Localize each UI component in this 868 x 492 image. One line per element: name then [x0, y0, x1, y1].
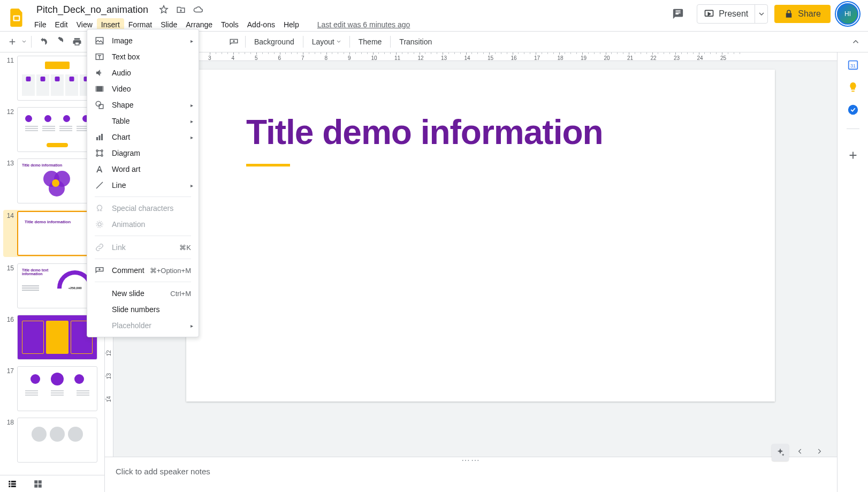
slide-thumbnail[interactable] [17, 56, 97, 101]
svg-rect-26 [101, 134, 103, 140]
menu-addons[interactable]: Add-ons [243, 18, 279, 31]
insert-animation: Animation [87, 216, 199, 232]
slide-number: 18 [3, 418, 14, 426]
insert-textbox[interactable]: Text box [87, 49, 199, 65]
slide-number: 16 [3, 315, 14, 323]
svg-rect-12 [39, 484, 42, 487]
svg-rect-25 [99, 135, 101, 140]
insert-comment[interactable]: Comment⌘+Option+M [87, 262, 199, 278]
slide-number: 12 [3, 107, 14, 116]
insert-slide-numbers[interactable]: Slide numbers [87, 301, 199, 317]
filmstrip-view-icon[interactable] [7, 479, 17, 489]
cloud-status-icon[interactable] [193, 5, 203, 14]
undo-button[interactable] [35, 34, 51, 50]
comment-icon [95, 266, 104, 275]
menu-edit[interactable]: Edit [51, 18, 72, 31]
insert-new-slide[interactable]: New slideCtrl+M [87, 285, 199, 301]
slide-title[interactable]: Title demo information [246, 112, 603, 152]
speaker-notes-placeholder: Click to add speaker notes [116, 467, 210, 476]
add-addon-icon[interactable] [847, 149, 859, 161]
next-slide-icon[interactable] [816, 448, 823, 457]
print-button[interactable] [69, 34, 85, 50]
svg-rect-8 [11, 486, 16, 487]
new-slide-button[interactable] [4, 34, 20, 50]
new-slide-dropdown-icon[interactable] [20, 40, 28, 44]
collapse-toolbar-icon[interactable] [848, 34, 864, 50]
canvas-area: 345678910111213141516171819202122232425 … [105, 52, 837, 492]
audio-icon [95, 68, 104, 78]
insert-line[interactable]: Line▸ [87, 177, 199, 193]
insert-image[interactable]: Image▸ [87, 33, 199, 49]
slide-thumbnail[interactable] [17, 366, 97, 411]
app-logo-icon[interactable] [6, 3, 28, 32]
insert-audio[interactable]: Audio [87, 65, 199, 81]
doc-title[interactable]: Pitch_Deck_no_animation [33, 3, 151, 17]
tasks-icon[interactable] [847, 104, 859, 116]
layout-button[interactable]: Layout [307, 34, 346, 49]
share-button[interactable]: Share [774, 5, 831, 23]
theme-button[interactable]: Theme [353, 34, 387, 49]
prev-slide-icon[interactable] [796, 448, 804, 457]
slide-thumbnail[interactable]: Title demo information [17, 211, 97, 256]
slide-number: 13 [3, 158, 14, 167]
present-button[interactable]: Present [697, 5, 755, 22]
explore-button[interactable] [772, 444, 789, 461]
insert-video[interactable]: Video [87, 81, 199, 97]
slide-thumbnail[interactable] [17, 418, 97, 463]
insert-wordart[interactable]: Word art [87, 161, 199, 177]
slide-canvas[interactable]: Title demo information [186, 70, 775, 402]
submenu-arrow-icon: ▸ [191, 323, 193, 329]
slide-thumbnail[interactable] [17, 107, 97, 152]
star-icon[interactable] [159, 5, 169, 14]
menu-help[interactable]: Help [279, 18, 303, 31]
diagram-icon [95, 148, 104, 158]
svg-rect-3 [9, 481, 10, 482]
redo-button[interactable] [52, 34, 68, 50]
account-avatar[interactable]: HI [837, 3, 858, 25]
link-icon [95, 243, 104, 252]
speaker-notes[interactable]: ⋯⋯ Click to add speaker notes [105, 457, 837, 492]
submenu-arrow-icon: ▸ [191, 134, 193, 140]
svg-point-22 [96, 101, 101, 106]
insert-menu-dropdown: Image▸ Text box Audio Video Shape▸ Table… [87, 29, 199, 337]
svg-text:31: 31 [850, 63, 855, 69]
video-icon [95, 84, 104, 94]
submenu-arrow-icon: ▸ [191, 183, 193, 188]
svg-rect-9 [34, 480, 37, 483]
side-panel: 31 [837, 52, 868, 492]
wordart-icon [95, 164, 104, 174]
svg-rect-15 [851, 90, 855, 92]
present-dropdown-icon[interactable] [755, 5, 767, 23]
svg-point-28 [101, 150, 103, 152]
svg-rect-4 [9, 483, 10, 485]
menu-file[interactable]: File [30, 18, 51, 31]
last-edit-link[interactable]: Last edit was 6 minutes ago [313, 18, 415, 31]
keep-icon[interactable] [847, 81, 859, 93]
move-icon[interactable] [176, 5, 186, 14]
slide-thumbnail[interactable] [17, 315, 97, 360]
add-comment-button[interactable] [226, 34, 242, 50]
comments-button[interactable] [666, 5, 690, 23]
calendar-icon[interactable]: 31 [847, 59, 859, 71]
background-button[interactable]: Background [249, 34, 300, 49]
svg-point-16 [848, 105, 857, 115]
grid-view-icon[interactable] [33, 479, 43, 489]
slide-thumbnail[interactable]: Title demo information [17, 158, 97, 203]
svg-rect-1 [14, 17, 19, 20]
menu-tools[interactable]: Tools [217, 18, 243, 31]
insert-table[interactable]: Table▸ [87, 113, 199, 129]
insert-diagram[interactable]: Diagram [87, 145, 199, 161]
slide-thumbnail[interactable]: Title demo text information+250,000 [17, 263, 97, 308]
transition-button[interactable]: Transition [394, 34, 437, 49]
filmstrip-slide-17[interactable]: 17 [3, 366, 104, 411]
filmstrip-slide-18[interactable]: 18 [3, 418, 104, 463]
line-icon [95, 180, 104, 190]
insert-shape[interactable]: Shape▸ [87, 97, 199, 113]
resize-handle-icon[interactable]: ⋯⋯ [461, 455, 481, 465]
filmstrip-view-switcher [0, 475, 104, 492]
slide-number: 17 [3, 366, 14, 375]
svg-point-29 [96, 155, 98, 156]
svg-point-30 [101, 155, 103, 156]
svg-rect-11 [34, 484, 37, 487]
insert-chart[interactable]: Chart▸ [87, 129, 199, 145]
